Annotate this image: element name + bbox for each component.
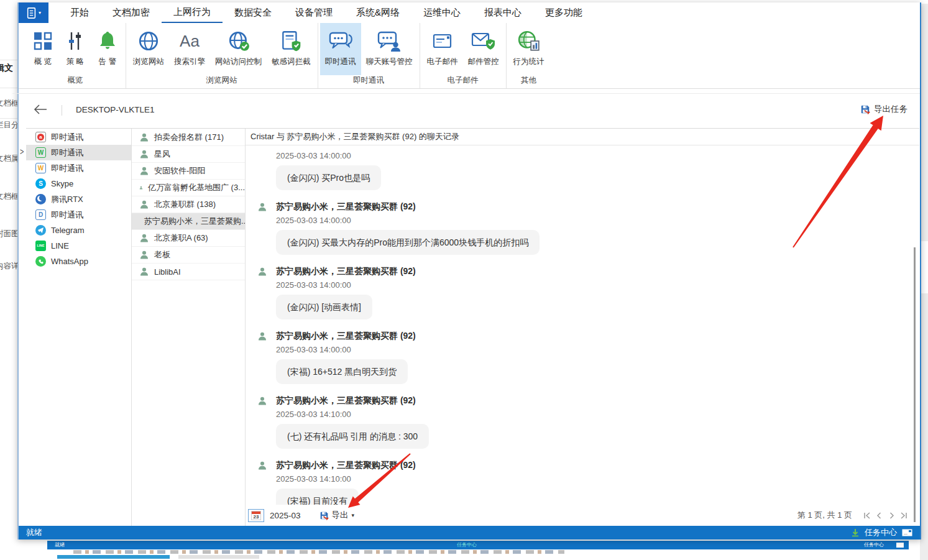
- ribbon-group-im: 即时通讯 聊天账号管控 即时通讯: [318, 23, 420, 88]
- contact-list: 拍卖会报名群 (171) 星风 安固软件-阳阳 亿万富翁孵化基地围广 (3...…: [132, 129, 246, 526]
- bg-fragment: 文档框: [0, 191, 17, 202]
- screen: 辑文 文档框 栏目分 文档属 文档框 封面图 内容详 就绪 任务中心 任务中心: [0, 0, 928, 560]
- instant-messaging-button[interactable]: 即时通讯: [320, 23, 361, 75]
- message-envelope-icon[interactable]: [902, 529, 912, 536]
- person-avatar-icon: [139, 233, 149, 243]
- list-item[interactable]: 安固软件-阳阳: [132, 163, 245, 180]
- ribbon-group-label: 浏览网站: [126, 75, 318, 86]
- menu-item-start[interactable]: 开始: [58, 2, 101, 23]
- chat-account-control-button[interactable]: 聊天账号管控: [361, 23, 418, 75]
- previous-page-button[interactable]: [875, 512, 883, 520]
- bg-ready-label: 就绪: [55, 541, 65, 549]
- browse-website-button[interactable]: 浏览网站: [128, 23, 169, 75]
- ribbon-group-label: 概览: [25, 75, 126, 86]
- sidebar-item-line[interactable]: LINE LINE: [26, 238, 131, 254]
- chat-bubbles-icon: [328, 27, 353, 55]
- back-button[interactable]: [34, 104, 47, 117]
- list-item[interactable]: 北京兼职群 (138): [132, 196, 245, 213]
- content-area: a 即时通讯 > W 即时通讯 W 即时通讯 S Skype: [26, 128, 919, 526]
- vertical-scrollbar[interactable]: [914, 247, 916, 522]
- sidebar-item-im-wechat[interactable]: W 即时通讯: [26, 160, 131, 176]
- ribbon: 概 览 策 略 告 警 概览: [19, 23, 920, 89]
- message-bubble: (金闪闪) 买Pro也是吗: [276, 165, 381, 190]
- menu-item-web-behavior[interactable]: 上网行为: [162, 2, 223, 23]
- chevron-down-icon: ▾: [39, 10, 41, 16]
- sidebar-item-im-aliww[interactable]: a 即时通讯: [26, 129, 131, 145]
- chat-message: 苏宁易购小米，三星荟聚购买群 (92) 2025-03-03 14:10:00 …: [246, 459, 919, 505]
- calendar-icon: 23: [251, 511, 261, 520]
- bg-center-label: 任务中心: [457, 541, 477, 549]
- expand-chevron-icon[interactable]: >: [20, 147, 24, 157]
- search-engine-button[interactable]: Aa 搜索引擎: [169, 23, 210, 75]
- line-icon: LINE: [35, 241, 46, 251]
- person-avatar-icon: [257, 202, 267, 212]
- ribbon-group-label: 其他: [507, 75, 551, 86]
- menu-item-doc-encryption[interactable]: 文档加密: [101, 2, 162, 23]
- app-icon: [26, 7, 37, 19]
- menu-item-data-security[interactable]: 数据安全: [223, 2, 283, 23]
- page-indicator: 第 1 页, 共 1 页: [797, 510, 852, 521]
- menu-item-system-network[interactable]: 系统&网络: [344, 2, 411, 23]
- policy-button[interactable]: 策 略: [59, 23, 91, 75]
- whatsapp-icon: [35, 256, 46, 267]
- chat-message: 2025-03-03 14:00:00 (金闪闪) 买Pro也是吗: [246, 149, 919, 190]
- bg-fragment: 辑文: [0, 63, 13, 74]
- grid-overview-icon: [32, 27, 54, 55]
- message-time: 2025-03-03 14:00:00: [276, 149, 919, 163]
- bg-fragment: 内容详: [0, 261, 17, 272]
- globe-check-icon: [227, 27, 250, 55]
- sensitive-word-block-button[interactable]: 敏感词拦截: [267, 23, 316, 75]
- next-page-button[interactable]: [888, 512, 896, 520]
- ribbon-group-overview: 概 览 策 略 告 警 概览: [25, 23, 126, 88]
- sidebar-item-im-dingtalk[interactable]: D 即时通讯: [26, 207, 131, 223]
- list-item[interactable]: 亿万富翁孵化基地围广 (3...: [132, 180, 245, 196]
- background-blurred-text-row: [73, 550, 564, 554]
- im-sidebar: a 即时通讯 > W 即时通讯 W 即时通讯 S Skype: [26, 129, 132, 526]
- email-button[interactable]: 电子邮件: [422, 23, 463, 75]
- menu-item-device-mgmt[interactable]: 设备管理: [283, 2, 344, 23]
- chat-message: 苏宁易购小米，三星荟聚购买群 (92) 2025-03-03 14:10:00 …: [246, 394, 919, 449]
- menu-bar: ▾ 开始 文档加密 上网行为 数据安全 设备管理 系统&网络 运维中心 报表中心…: [19, 2, 920, 23]
- ribbon-group-label: 电子邮件: [420, 75, 506, 86]
- sidebar-item-im-wecom[interactable]: > W 即时通讯: [26, 145, 131, 160]
- export-button[interactable]: 导出 ▾: [319, 510, 355, 521]
- site-access-control-button[interactable]: 网站访问控制: [210, 23, 267, 75]
- mail-control-button[interactable]: 邮件管控: [463, 23, 504, 75]
- export-task-button[interactable]: 导出任务: [860, 104, 907, 115]
- list-item[interactable]: LiblibAI: [132, 264, 245, 280]
- message-sender: 苏宁易购小米，三星荟聚购买群 (92): [276, 460, 416, 471]
- breadcrumb-separator: [62, 105, 62, 116]
- sidebar-item-whatsapp[interactable]: WhatsApp: [26, 254, 131, 269]
- message-time: 2025-03-03 14:00:00: [276, 343, 919, 357]
- list-item[interactable]: 北京兼职A (63): [132, 230, 245, 247]
- list-item[interactable]: 老板: [132, 247, 245, 264]
- list-item-selected[interactable]: 苏宁易购小米，三星荟聚购...: [132, 213, 245, 230]
- overview-button[interactable]: 概 览: [27, 23, 59, 75]
- chat-message: 苏宁易购小米，三星荟聚购买群 (92) 2025-03-03 14:00:00 …: [246, 200, 919, 255]
- bg-fragment: 文档框: [0, 98, 17, 109]
- list-item[interactable]: 星风: [132, 146, 245, 163]
- export-label: 导出: [332, 510, 349, 521]
- message-time: 2025-03-03 14:10:00: [276, 408, 919, 421]
- app-menu-button[interactable]: ▾: [19, 2, 48, 23]
- first-page-button[interactable]: [863, 512, 871, 520]
- sidebar-item-telegram[interactable]: Telegram: [26, 223, 131, 238]
- calendar-button[interactable]: 23: [248, 509, 264, 522]
- main-window: ▾ 开始 文档加密 上网行为 数据安全 设备管理 系统&网络 运维中心 报表中心…: [17, 2, 921, 539]
- message-time: 2025-03-03 14:10:00: [276, 472, 919, 486]
- behavior-stats-button[interactable]: 行为统计: [508, 23, 549, 75]
- sidebar-item-skype[interactable]: S Skype: [26, 176, 131, 191]
- task-center-button[interactable]: 任务中心: [865, 527, 897, 538]
- list-item[interactable]: 拍卖会报名群 (171): [132, 129, 245, 146]
- chat-footer: 23 2025-03 导出 ▾ 第 1 页, 共 1 页: [246, 505, 919, 526]
- globe-icon: [137, 27, 160, 55]
- im-aliww-icon: a: [35, 132, 46, 142]
- policy-sliders-icon: [64, 27, 86, 55]
- menu-item-report-center[interactable]: 报表中心: [472, 2, 533, 23]
- menu-item-more[interactable]: 更多功能: [533, 2, 594, 23]
- sidebar-item-tencent-rtx[interactable]: 腾讯RTX: [26, 191, 131, 207]
- menu-item-ops-center[interactable]: 运维中心: [411, 2, 472, 23]
- last-page-button[interactable]: [900, 512, 908, 520]
- message-bubble: (宋福) 目前没有: [276, 489, 359, 505]
- alert-button[interactable]: 告 警: [91, 23, 124, 75]
